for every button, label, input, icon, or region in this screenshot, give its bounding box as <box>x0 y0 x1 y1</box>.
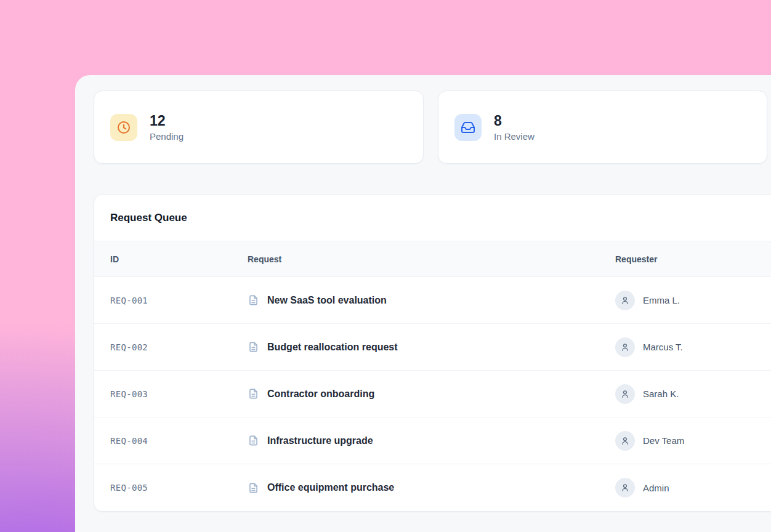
requester-name: Marcus T. <box>643 342 683 352</box>
column-header-request: Request <box>248 254 615 264</box>
column-header-id: ID <box>94 254 248 264</box>
request-title: New SaaS tool evaluation <box>267 295 387 306</box>
document-icon <box>248 435 259 446</box>
table-row[interactable]: REQ-005 Office equipment purchase Admin <box>94 464 771 511</box>
table-row[interactable]: REQ-004 Infrastructure upgrade Dev Team <box>94 417 771 464</box>
request-queue-title: Request Queue <box>94 195 771 241</box>
avatar <box>615 478 635 498</box>
inbox-icon <box>454 114 482 141</box>
stat-value-in-review: 8 <box>494 113 535 129</box>
stat-value-pending: 12 <box>150 113 184 129</box>
request-title: Infrastructure upgrade <box>267 435 373 446</box>
table-row[interactable]: REQ-003 Contractor onboarding Sarah K. <box>94 371 771 417</box>
stat-card-pending: 12 Pending <box>94 91 424 164</box>
stat-label-in-review: In Review <box>494 131 535 142</box>
stats-row: 12 Pending 8 In Review <box>94 91 767 164</box>
avatar <box>615 337 635 357</box>
document-icon <box>248 294 259 306</box>
stat-text: 8 In Review <box>494 113 535 141</box>
stat-text: 12 Pending <box>150 113 184 141</box>
stat-label-pending: Pending <box>150 131 184 142</box>
document-icon <box>248 388 259 400</box>
requester-name: Dev Team <box>643 435 684 446</box>
request-title: Contractor onboarding <box>267 389 374 400</box>
request-id: REQ-004 <box>94 436 248 446</box>
request-id: REQ-005 <box>94 483 248 493</box>
clock-icon <box>110 114 137 141</box>
request-id: REQ-003 <box>94 389 248 399</box>
table-row[interactable]: REQ-002 Budget reallocation request Marc… <box>94 324 771 371</box>
stat-card-in-review: 8 In Review <box>438 91 767 164</box>
table-row[interactable]: REQ-001 New SaaS tool evaluation Emma L. <box>94 277 771 324</box>
document-icon <box>248 341 259 353</box>
avatar <box>615 431 635 451</box>
avatar <box>615 291 635 310</box>
avatar <box>615 384 635 404</box>
requester-name: Sarah K. <box>643 389 679 399</box>
main-panel: 12 Pending 8 In Review Request Queue ID … <box>75 75 771 532</box>
column-header-requester: Requester <box>615 254 771 264</box>
requester-name: Admin <box>643 483 669 493</box>
requester-name: Emma L. <box>643 295 680 305</box>
table-header-row: ID Request Requester <box>94 241 771 277</box>
request-title: Office equipment purchase <box>267 482 394 493</box>
document-icon <box>248 482 259 494</box>
request-id: REQ-001 <box>94 296 248 305</box>
request-id: REQ-002 <box>94 342 248 352</box>
request-queue-card: Request Queue ID Request Requester REQ-0… <box>94 194 771 512</box>
request-title: Budget reallocation request <box>267 342 398 353</box>
